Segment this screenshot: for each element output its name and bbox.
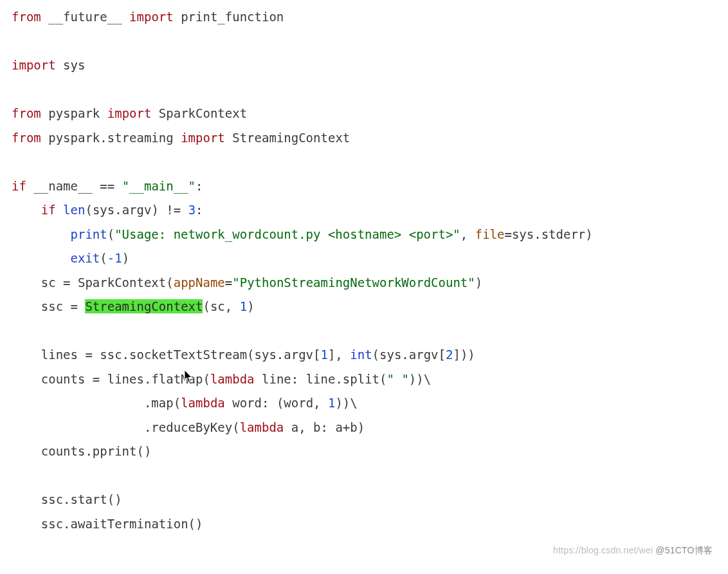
ident-ssc: ssc	[41, 517, 63, 531]
punct-rparen: )	[144, 444, 151, 458]
op-plus: +	[343, 420, 350, 434]
param-a-b: a, b:	[291, 420, 328, 434]
ident-ssc: ssc	[41, 492, 63, 506]
ident-a: a	[335, 420, 342, 434]
punct-lparen: (	[107, 227, 114, 241]
punct-rparen: )	[416, 372, 423, 386]
keyword-lambda: lambda	[240, 420, 284, 434]
builtin-exit: exit	[71, 251, 100, 265]
punct-bclose-paren: ]))	[453, 347, 475, 362]
punct-rparen: )	[247, 299, 254, 313]
string-sparkname: "PythonStreamingNetworkWordCount"	[232, 275, 475, 290]
tuple-close: ))	[335, 396, 350, 410]
keyword-lambda: lambda	[181, 396, 225, 410]
keyword-import: import	[12, 58, 56, 72]
call-socket: ssc.socketTextStream(sys.argv[	[100, 347, 320, 362]
ident-sys-stderr: sys.stderr	[512, 227, 585, 241]
ident-sparkcontext: SparkContext	[159, 106, 247, 120]
keyword-from: from	[12, 106, 41, 120]
punct-rparen: )	[409, 372, 416, 386]
ident-print-function: print_function	[181, 10, 284, 24]
code-editor[interactable]: from __future__ import print_function im…	[0, 0, 728, 541]
builtin-print: print	[71, 227, 107, 241]
keyword-lambda: lambda	[210, 372, 255, 386]
ident-b: b	[350, 420, 357, 434]
module-pyspark: pyspark	[48, 106, 100, 120]
punct-colon: :	[196, 179, 203, 193]
param-file: file	[475, 227, 505, 241]
ident-lines: lines	[41, 347, 78, 362]
punct-lparen: (	[137, 444, 144, 458]
punct-lparen: (	[203, 372, 210, 386]
method-awaittermination: awaitTermination	[71, 517, 188, 531]
module-sys: sys	[63, 58, 85, 72]
punct-colon: :	[196, 203, 203, 217]
param-word: word:	[232, 396, 269, 410]
punct-rparen: )	[358, 420, 365, 434]
tuple-open: (word,	[269, 396, 328, 410]
ident-sys-argv: sys.argv	[379, 347, 439, 362]
method-map: map	[151, 396, 173, 410]
op-eq: ==	[100, 179, 114, 193]
punct-rparen: )	[151, 203, 158, 217]
string-main: "__main__"	[122, 179, 196, 193]
punct-lparen: (	[232, 420, 239, 434]
ident-dunder-name: __name__	[33, 179, 93, 193]
method-flatmap: flatMap	[151, 372, 203, 386]
ident-sc: sc	[41, 275, 56, 290]
number-two: 2	[446, 347, 453, 362]
ident-sparkcontext: SparkContext	[78, 275, 166, 290]
punct-lparen: (	[166, 275, 173, 290]
string-usage: "Usage: network_wordcount.py <hostname> …	[114, 227, 460, 241]
method-pprint: pprint	[93, 444, 137, 458]
punct-lparen: (	[174, 396, 181, 410]
op-assign: =	[56, 275, 78, 290]
punct-lparen: (	[203, 299, 210, 313]
param-appname: appName	[174, 275, 225, 290]
number-three: 3	[188, 203, 196, 217]
number-one: 1	[240, 299, 247, 313]
punct-lparen: (	[85, 203, 92, 217]
op-assign: =	[85, 372, 107, 386]
keyword-import: import	[181, 131, 225, 145]
ident-ssc: ssc	[41, 299, 63, 313]
ident-lines: lines	[107, 372, 144, 386]
punct-bclose-comma: ],	[328, 347, 350, 362]
number-one: 1	[320, 347, 327, 362]
number-minus-one: -1	[107, 251, 122, 265]
param-line: line:	[262, 372, 298, 386]
watermark-handle: @51CTO博客	[655, 545, 713, 555]
keyword-import: import	[129, 10, 174, 24]
ident-sc: sc	[210, 299, 225, 313]
punct-bslash: \	[424, 372, 431, 386]
call-split-open: line.split(	[298, 372, 387, 386]
punct-comma: ,	[460, 227, 475, 241]
keyword-from: from	[12, 131, 41, 145]
string-space: " "	[387, 372, 409, 386]
ident-counts: counts	[41, 444, 86, 458]
method-start: start	[71, 492, 107, 506]
op-assign: =	[63, 299, 85, 313]
number-one: 1	[328, 396, 335, 410]
punct-rparen: )	[475, 275, 482, 290]
module-future: __future__	[48, 10, 122, 24]
punct-rparen: )	[196, 517, 203, 531]
ident-sys-argv: sys.argv	[93, 203, 152, 217]
punct-dot: .	[85, 444, 92, 458]
watermark: https://blog.csdn.net/wei @51CTO博客	[553, 539, 713, 563]
punct-dot: .	[144, 372, 151, 386]
punct-dot: .	[63, 517, 70, 531]
keyword-if: if	[12, 179, 26, 193]
watermark-url: https://blog.csdn.net/wei	[553, 545, 653, 555]
keyword-if: if	[41, 203, 56, 217]
punct-comma: ,	[225, 299, 240, 313]
punct-lparen: (	[188, 517, 196, 531]
builtin-len: len	[63, 203, 85, 217]
punct-lparen: (	[100, 251, 107, 265]
op-neq: !=	[166, 203, 181, 217]
op-assign: =	[78, 347, 100, 362]
method-reducebykey: reduceByKey	[151, 420, 232, 434]
punct-dot: .	[144, 420, 151, 434]
punct-lparen: (	[372, 347, 379, 362]
punct-dot: .	[63, 492, 70, 506]
